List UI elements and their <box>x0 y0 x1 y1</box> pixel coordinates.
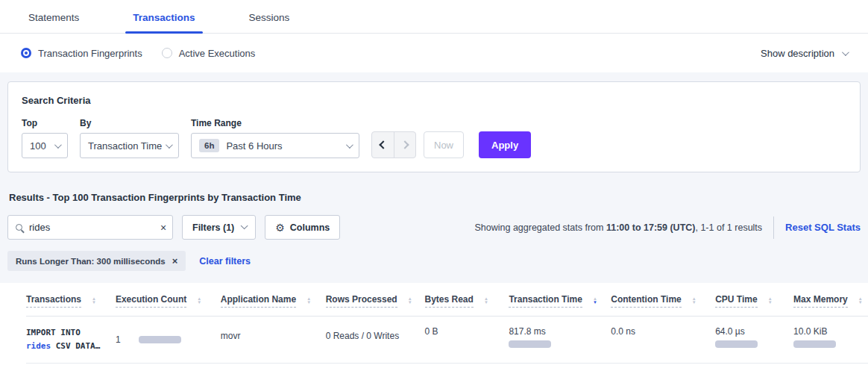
clear-filters-link[interactable]: Clear filters <box>199 256 251 267</box>
chevron-down-icon <box>241 222 248 229</box>
reset-sql-stats-link[interactable]: Reset SQL Stats <box>785 222 861 233</box>
time-range-value: Past 6 Hours <box>226 140 282 152</box>
search-input[interactable] <box>29 222 160 233</box>
radio-label: Active Executions <box>179 48 256 59</box>
bytes-read-cell: 0 B <box>425 326 509 352</box>
cpu-time-bar <box>715 340 758 348</box>
radio-active-executions[interactable]: Active Executions <box>162 48 256 59</box>
radio-selected-icon <box>21 48 31 58</box>
column-header-transaction-time[interactable]: Transaction Time▲▼ <box>509 294 611 308</box>
execution-count-cell: 1 <box>116 326 221 352</box>
stats-area: Showing aggregated stats from 11:00 to 1… <box>474 216 861 239</box>
show-description-label: Show description <box>761 48 834 59</box>
column-header-rows-processed[interactable]: Rows Processed▲▼ <box>326 294 425 308</box>
search-criteria-panel: Search Criteria Top 100 By Transaction T… <box>7 81 861 172</box>
results-toolbar: × Filters (1) ⚙ Columns Showing aggregat… <box>7 215 861 240</box>
chevron-left-icon <box>379 140 387 149</box>
filters-button[interactable]: Filters (1) <box>182 215 256 240</box>
sort-icon[interactable]: ▲▼ <box>92 297 96 305</box>
search-icon <box>16 224 22 231</box>
time-range-select[interactable]: 6h Past 6 Hours <box>191 133 359 158</box>
max-memory-cell: 10.0 KiB <box>793 326 868 352</box>
filter-pill: Runs Longer Than: 300 milliseconds × <box>7 251 186 271</box>
apply-button[interactable]: Apply <box>479 131 531 158</box>
sort-icon[interactable]: ▲▼ <box>858 297 863 305</box>
table-header-row: Transactions▲▼ Execution Count▲▼ Applica… <box>26 283 868 317</box>
max-memory-bar <box>793 340 836 348</box>
column-header-application-name[interactable]: Application Name▲▼ <box>221 294 326 308</box>
columns-button[interactable]: ⚙ Columns <box>265 215 340 240</box>
gear-icon: ⚙ <box>275 222 285 234</box>
sort-icon[interactable]: ▲▼ <box>484 297 488 305</box>
radio-transaction-fingerprints[interactable]: Transaction Fingerprints <box>21 48 142 59</box>
search-box[interactable]: × <box>7 215 173 240</box>
tab-statements[interactable]: Statements <box>21 12 87 33</box>
top-value: 100 <box>30 140 46 152</box>
by-value: Transaction Time <box>88 140 162 152</box>
filters-label: Filters (1) <box>192 222 234 233</box>
sort-icon[interactable]: ▲▼ <box>408 297 412 305</box>
now-button[interactable]: Now <box>424 131 464 158</box>
sort-icon[interactable]: ▲▼ <box>692 297 696 305</box>
sort-icon[interactable]: ▲▼ <box>593 297 597 305</box>
cpu-time-cell: 64.0 µs <box>715 326 793 352</box>
chevron-down-icon <box>346 141 353 149</box>
results-heading: Results - Top 100 Transaction Fingerprin… <box>9 192 861 203</box>
remove-filter-icon[interactable]: × <box>172 255 178 267</box>
column-header-execution-count[interactable]: Execution Count▲▼ <box>116 294 221 308</box>
search-highlight: rides <box>26 341 51 351</box>
column-header-cpu-time[interactable]: CPU Time▲▼ <box>715 294 793 308</box>
sort-icon[interactable]: ▲▼ <box>306 297 311 305</box>
by-select[interactable]: Transaction Time <box>80 133 179 158</box>
execution-count-bar <box>139 336 181 343</box>
tab-sessions[interactable]: Sessions <box>242 12 298 33</box>
transaction-time-bar <box>509 340 551 348</box>
contention-time-cell: 0.0 ns <box>611 326 715 352</box>
time-prev-button[interactable] <box>372 132 394 158</box>
chevron-down-icon <box>54 141 62 149</box>
top-label: Top <box>22 118 68 128</box>
transaction-fingerprint-link[interactable]: IMPORT INTO rides CSV DATA… <box>26 326 116 352</box>
page-body: Search Criteria Top 100 By Transaction T… <box>0 72 868 283</box>
filter-pill-label: Runs Longer Than: 300 milliseconds <box>16 257 166 266</box>
time-range-label: Time Range <box>191 118 359 128</box>
transaction-time-cell: 817.8 ms <box>509 326 611 352</box>
active-filters-row: Runs Longer Than: 300 milliseconds × Cle… <box>7 251 861 271</box>
top-select[interactable]: 100 <box>22 133 68 158</box>
tab-transactions[interactable]: Transactions <box>125 12 202 33</box>
column-header-transactions[interactable]: Transactions▲▼ <box>26 294 116 308</box>
by-label: By <box>80 118 179 128</box>
chevron-down-icon <box>166 141 173 149</box>
time-range-badge: 6h <box>199 139 219 152</box>
column-header-max-memory[interactable]: Max Memory▲▼ <box>793 294 868 308</box>
rows-processed-cell: 0 Reads / 0 Writes <box>326 326 425 352</box>
results-table: Transactions▲▼ Execution Count▲▼ Applica… <box>0 283 868 364</box>
radio-unselected-icon <box>162 48 172 58</box>
stats-text: Showing aggregated stats from 11:00 to 1… <box>474 222 762 233</box>
time-next-button[interactable] <box>394 132 415 158</box>
application-name-cell: movr <box>221 326 326 352</box>
sort-icon[interactable]: ▲▼ <box>197 297 201 305</box>
show-description-toggle[interactable]: Show description <box>761 48 847 59</box>
top-tab-bar: Statements Transactions Sessions <box>0 0 868 34</box>
chevron-right-icon <box>400 140 409 149</box>
radio-label: Transaction Fingerprints <box>38 48 142 59</box>
clear-search-icon[interactable]: × <box>160 222 166 233</box>
table-row: IMPORT INTO rides CSV DATA… 1 movr 0 Rea… <box>26 317 868 364</box>
columns-label: Columns <box>290 222 330 233</box>
view-toggle-row: Transaction Fingerprints Active Executio… <box>0 34 868 72</box>
time-nav-group <box>371 131 416 158</box>
column-header-bytes-read[interactable]: Bytes Read▲▼ <box>425 294 509 308</box>
divider <box>773 216 774 239</box>
sort-icon[interactable]: ▲▼ <box>768 297 773 305</box>
search-criteria-title: Search Criteria <box>22 95 846 106</box>
column-header-contention-time[interactable]: Contention Time▲▼ <box>611 294 715 308</box>
chevron-down-icon <box>842 49 849 56</box>
